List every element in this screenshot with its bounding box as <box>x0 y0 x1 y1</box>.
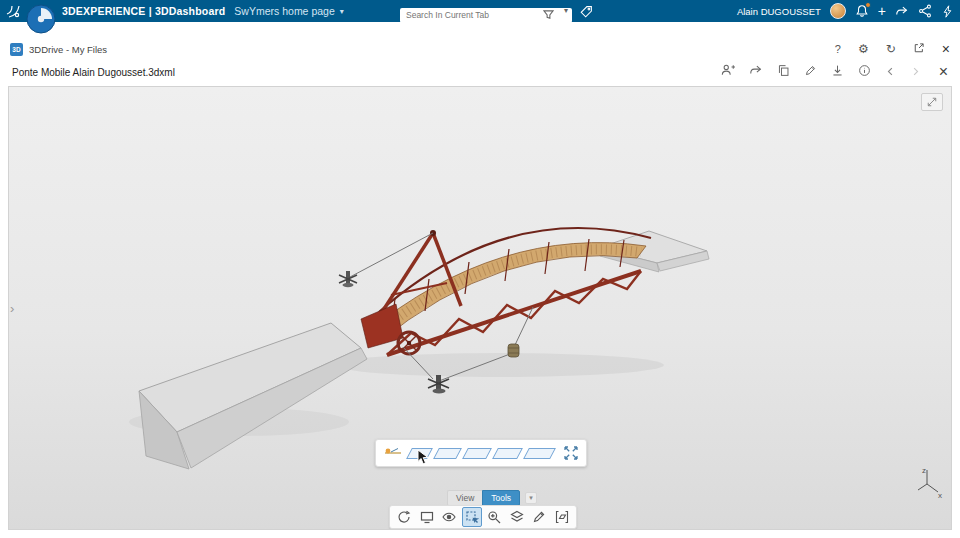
tools-toolbar <box>389 505 577 529</box>
user-avatar[interactable] <box>830 3 846 19</box>
topbar-right: Alain DUGOUSSET + <box>737 0 954 22</box>
copy-icon[interactable] <box>777 63 790 81</box>
3d-viewer[interactable]: › <box>8 86 952 530</box>
refresh-icon[interactable]: ↻ <box>886 43 896 55</box>
tab-view[interactable]: View <box>447 490 482 506</box>
capstan-2 <box>428 375 449 394</box>
animation-states-panel <box>375 439 587 467</box>
help-icon[interactable]: ? <box>835 43 841 55</box>
notification-badge <box>865 2 871 8</box>
user-name[interactable]: Alain DUGOUSSET <box>737 6 821 17</box>
state-thumbnail-3[interactable] <box>462 448 492 459</box>
brand-title: 3DEXPERIENCE | 3DDashboard <box>62 5 225 17</box>
compass-logo[interactable] <box>26 4 56 34</box>
document-title: Ponte Mobile Alain Dugousset.3dxml <box>12 67 175 78</box>
tab-tools[interactable]: Tools <box>482 490 520 506</box>
search-bar: ▾ <box>400 4 572 19</box>
share-arrow-icon[interactable] <box>895 4 909 18</box>
visibility-eye-icon[interactable] <box>439 507 459 527</box>
screen: 3DEXPERIENCE | 3DDashboard SwYmers home … <box>0 0 960 538</box>
state-start-thumbnail[interactable] <box>383 444 403 462</box>
axis-triad: z x <box>913 465 943 503</box>
fit-screen-icon[interactable] <box>417 507 437 527</box>
panel-expand-chevron-icon[interactable]: › <box>10 301 14 316</box>
share-network-icon[interactable] <box>918 4 932 18</box>
select-box-icon[interactable] <box>462 507 482 527</box>
topbar-left: 3DEXPERIENCE | 3DDashboard SwYmers home … <box>0 3 344 19</box>
info-icon[interactable] <box>858 63 871 81</box>
notifications-bell-icon[interactable] <box>855 4 869 18</box>
state-thumbnail-5[interactable] <box>523 448 556 459</box>
section-box-icon[interactable] <box>552 507 572 527</box>
forward-share-icon[interactable] <box>749 63 763 81</box>
capstan-1 <box>339 271 357 287</box>
axis-z-label: z <box>922 466 926 475</box>
window-bar: 3D 3DDrive - My Files ? ⚙ ↻ × <box>10 38 950 60</box>
search-dropdown-icon[interactable]: ▾ <box>564 6 568 15</box>
viewer-tabs: View Tools ▾ <box>447 490 537 506</box>
add-content-icon[interactable]: + <box>878 4 886 18</box>
tabs-menu-chevron-icon[interactable]: ▾ <box>525 492 537 504</box>
turntable-rotate-icon[interactable] <box>394 507 414 527</box>
winch-barrel <box>508 344 519 357</box>
topbar: 3DEXPERIENCE | 3DDashboard SwYmers home … <box>0 0 960 22</box>
document-bar: Ponte Mobile Alain Dugousset.3dxml <box>12 62 948 82</box>
zoom-magnifier-icon[interactable] <box>484 507 504 527</box>
chevron-down-icon[interactable]: ▾ <box>340 7 344 16</box>
fullscreen-icon[interactable] <box>921 93 943 111</box>
layers-icon[interactable] <box>507 507 527 527</box>
window-app-label: 3DDrive - My Files <box>29 44 107 55</box>
tag-icon[interactable] <box>580 4 593 22</box>
axis-x-label: x <box>938 491 942 499</box>
dashboard-page-title[interactable]: SwYmers home page <box>234 5 334 17</box>
state-thumbnail-2[interactable] <box>433 448 462 459</box>
swym-lightning-icon[interactable] <box>941 5 954 18</box>
3ddrive-app-icon[interactable]: 3D <box>10 43 23 56</box>
next-chevron-icon[interactable] <box>910 63 921 81</box>
edit-pencil-icon[interactable] <box>804 63 817 81</box>
mouse-cursor <box>417 449 429 470</box>
open-external-icon[interactable] <box>913 42 925 56</box>
add-user-icon[interactable] <box>721 63 735 81</box>
close-document-icon[interactable]: × <box>939 65 948 79</box>
document-actions: × <box>721 63 948 81</box>
state-thumbnail-4[interactable] <box>492 448 523 459</box>
download-icon[interactable] <box>831 63 844 81</box>
settings-gear-icon[interactable]: ⚙ <box>858 43 869 55</box>
3ds-brand-icon <box>4 3 22 19</box>
filter-funnel-icon[interactable] <box>543 6 554 24</box>
close-window-icon[interactable]: × <box>942 41 950 57</box>
measure-pen-icon[interactable] <box>529 507 549 527</box>
prev-chevron-icon[interactable] <box>885 63 896 81</box>
window-controls: ? ⚙ ↻ × <box>835 41 950 57</box>
expand-arrows-icon[interactable] <box>563 445 579 461</box>
